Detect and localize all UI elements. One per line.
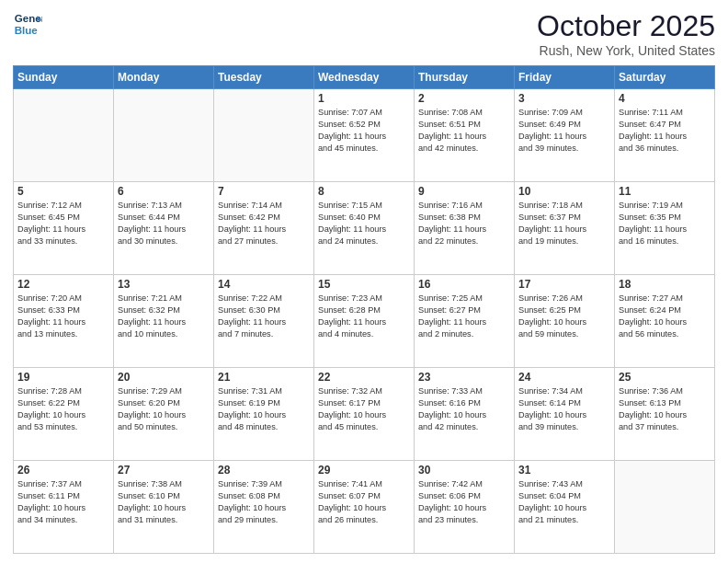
day-number: 20 xyxy=(118,371,210,384)
header-monday: Monday xyxy=(114,66,214,89)
month-title: October 2025 xyxy=(537,9,715,43)
table-row: 27Sunrise: 7:38 AMSunset: 6:10 PMDayligh… xyxy=(114,461,214,554)
day-number: 19 xyxy=(17,371,109,384)
day-info: Sunrise: 7:42 AMSunset: 6:06 PMDaylight:… xyxy=(418,478,510,526)
day-info: Sunrise: 7:41 AMSunset: 6:07 PMDaylight:… xyxy=(318,478,410,526)
table-row: 8Sunrise: 7:15 AMSunset: 6:40 PMDaylight… xyxy=(314,182,415,275)
logo-icon: General Blue xyxy=(13,9,42,39)
day-number: 28 xyxy=(218,464,310,477)
day-info: Sunrise: 7:29 AMSunset: 6:20 PMDaylight:… xyxy=(118,385,210,433)
table-row: 12Sunrise: 7:20 AMSunset: 6:33 PMDayligh… xyxy=(14,275,114,368)
day-number: 4 xyxy=(619,92,711,105)
table-row: 21Sunrise: 7:31 AMSunset: 6:19 PMDayligh… xyxy=(214,368,314,461)
day-number: 17 xyxy=(518,278,610,291)
day-number: 12 xyxy=(17,278,109,291)
table-row: 20Sunrise: 7:29 AMSunset: 6:20 PMDayligh… xyxy=(114,368,214,461)
header-friday: Friday xyxy=(515,66,615,89)
day-number: 9 xyxy=(418,185,510,198)
day-number: 16 xyxy=(418,278,510,291)
table-row: 29Sunrise: 7:41 AMSunset: 6:07 PMDayligh… xyxy=(314,461,415,554)
table-row: 28Sunrise: 7:39 AMSunset: 6:08 PMDayligh… xyxy=(214,461,314,554)
day-info: Sunrise: 7:20 AMSunset: 6:33 PMDaylight:… xyxy=(17,293,109,340)
day-number: 29 xyxy=(318,464,410,477)
week-row-5: 26Sunrise: 7:37 AMSunset: 6:11 PMDayligh… xyxy=(14,461,715,554)
table-row: 14Sunrise: 7:22 AMSunset: 6:30 PMDayligh… xyxy=(214,275,314,368)
table-row: 10Sunrise: 7:18 AMSunset: 6:37 PMDayligh… xyxy=(515,182,615,275)
day-info: Sunrise: 7:21 AMSunset: 6:32 PMDaylight:… xyxy=(118,293,210,340)
table-row: 15Sunrise: 7:23 AMSunset: 6:28 PMDayligh… xyxy=(314,275,415,368)
day-info: Sunrise: 7:38 AMSunset: 6:10 PMDaylight:… xyxy=(118,478,210,526)
table-row: 17Sunrise: 7:26 AMSunset: 6:25 PMDayligh… xyxy=(515,275,615,368)
day-info: Sunrise: 7:36 AMSunset: 6:13 PMDaylight:… xyxy=(619,385,711,433)
day-number: 11 xyxy=(619,185,711,198)
table-row: 1Sunrise: 7:07 AMSunset: 6:52 PMDaylight… xyxy=(314,89,415,182)
day-number: 27 xyxy=(118,464,210,477)
day-number: 15 xyxy=(318,278,410,291)
calendar-table: Sunday Monday Tuesday Wednesday Thursday… xyxy=(13,65,715,554)
table-row: 30Sunrise: 7:42 AMSunset: 6:06 PMDayligh… xyxy=(415,461,515,554)
logo: General Blue xyxy=(13,9,42,39)
table-row: 11Sunrise: 7:19 AMSunset: 6:35 PMDayligh… xyxy=(615,182,715,275)
day-number: 24 xyxy=(518,371,610,384)
header: General Blue October 2025 Rush, New York… xyxy=(13,9,715,58)
day-info: Sunrise: 7:15 AMSunset: 6:40 PMDaylight:… xyxy=(318,200,410,247)
table-row: 31Sunrise: 7:43 AMSunset: 6:04 PMDayligh… xyxy=(515,461,615,554)
day-info: Sunrise: 7:31 AMSunset: 6:19 PMDaylight:… xyxy=(218,385,310,433)
table-row: 26Sunrise: 7:37 AMSunset: 6:11 PMDayligh… xyxy=(14,461,114,554)
day-number: 26 xyxy=(17,464,109,477)
day-number: 6 xyxy=(118,185,210,198)
table-row: 24Sunrise: 7:34 AMSunset: 6:14 PMDayligh… xyxy=(515,368,615,461)
header-sunday: Sunday xyxy=(14,66,114,89)
day-info: Sunrise: 7:22 AMSunset: 6:30 PMDaylight:… xyxy=(218,293,310,340)
table-row xyxy=(14,89,114,182)
day-info: Sunrise: 7:23 AMSunset: 6:28 PMDaylight:… xyxy=(318,293,410,340)
day-number: 23 xyxy=(418,371,510,384)
day-info: Sunrise: 7:13 AMSunset: 6:44 PMDaylight:… xyxy=(118,200,210,247)
table-row: 6Sunrise: 7:13 AMSunset: 6:44 PMDaylight… xyxy=(114,182,214,275)
header-wednesday: Wednesday xyxy=(314,66,415,89)
day-number: 5 xyxy=(17,185,109,198)
days-header-row: Sunday Monday Tuesday Wednesday Thursday… xyxy=(14,66,715,89)
table-row: 7Sunrise: 7:14 AMSunset: 6:42 PMDaylight… xyxy=(214,182,314,275)
day-info: Sunrise: 7:18 AMSunset: 6:37 PMDaylight:… xyxy=(518,200,610,247)
table-row: 4Sunrise: 7:11 AMSunset: 6:47 PMDaylight… xyxy=(615,89,715,182)
day-number: 7 xyxy=(218,185,310,198)
table-row: 19Sunrise: 7:28 AMSunset: 6:22 PMDayligh… xyxy=(14,368,114,461)
day-number: 18 xyxy=(619,278,711,291)
table-row: 13Sunrise: 7:21 AMSunset: 6:32 PMDayligh… xyxy=(114,275,214,368)
table-row: 5Sunrise: 7:12 AMSunset: 6:45 PMDaylight… xyxy=(14,182,114,275)
header-thursday: Thursday xyxy=(415,66,515,89)
day-info: Sunrise: 7:26 AMSunset: 6:25 PMDaylight:… xyxy=(518,293,610,340)
day-number: 13 xyxy=(118,278,210,291)
table-row xyxy=(214,89,314,182)
day-info: Sunrise: 7:25 AMSunset: 6:27 PMDaylight:… xyxy=(418,293,510,340)
location: Rush, New York, United States xyxy=(537,43,715,58)
day-number: 1 xyxy=(318,92,410,105)
table-row: 9Sunrise: 7:16 AMSunset: 6:38 PMDaylight… xyxy=(415,182,515,275)
day-info: Sunrise: 7:34 AMSunset: 6:14 PMDaylight:… xyxy=(518,385,610,433)
day-info: Sunrise: 7:32 AMSunset: 6:17 PMDaylight:… xyxy=(318,385,410,433)
table-row: 25Sunrise: 7:36 AMSunset: 6:13 PMDayligh… xyxy=(615,368,715,461)
table-row: 18Sunrise: 7:27 AMSunset: 6:24 PMDayligh… xyxy=(615,275,715,368)
day-info: Sunrise: 7:19 AMSunset: 6:35 PMDaylight:… xyxy=(619,200,711,247)
week-row-2: 5Sunrise: 7:12 AMSunset: 6:45 PMDaylight… xyxy=(14,182,715,275)
day-number: 10 xyxy=(518,185,610,198)
table-row: 22Sunrise: 7:32 AMSunset: 6:17 PMDayligh… xyxy=(314,368,415,461)
header-saturday: Saturday xyxy=(615,66,715,89)
day-info: Sunrise: 7:27 AMSunset: 6:24 PMDaylight:… xyxy=(619,293,711,340)
day-info: Sunrise: 7:16 AMSunset: 6:38 PMDaylight:… xyxy=(418,200,510,247)
table-row: 2Sunrise: 7:08 AMSunset: 6:51 PMDaylight… xyxy=(415,89,515,182)
day-info: Sunrise: 7:14 AMSunset: 6:42 PMDaylight:… xyxy=(218,200,310,247)
week-row-1: 1Sunrise: 7:07 AMSunset: 6:52 PMDaylight… xyxy=(14,89,715,182)
day-number: 2 xyxy=(418,92,510,105)
day-info: Sunrise: 7:08 AMSunset: 6:51 PMDaylight:… xyxy=(418,107,510,155)
day-info: Sunrise: 7:28 AMSunset: 6:22 PMDaylight:… xyxy=(17,385,109,433)
table-row xyxy=(114,89,214,182)
day-info: Sunrise: 7:39 AMSunset: 6:08 PMDaylight:… xyxy=(218,478,310,526)
day-info: Sunrise: 7:07 AMSunset: 6:52 PMDaylight:… xyxy=(318,107,410,155)
day-number: 14 xyxy=(218,278,310,291)
day-number: 3 xyxy=(518,92,610,105)
day-info: Sunrise: 7:33 AMSunset: 6:16 PMDaylight:… xyxy=(418,385,510,433)
table-row xyxy=(615,461,715,554)
day-number: 8 xyxy=(318,185,410,198)
